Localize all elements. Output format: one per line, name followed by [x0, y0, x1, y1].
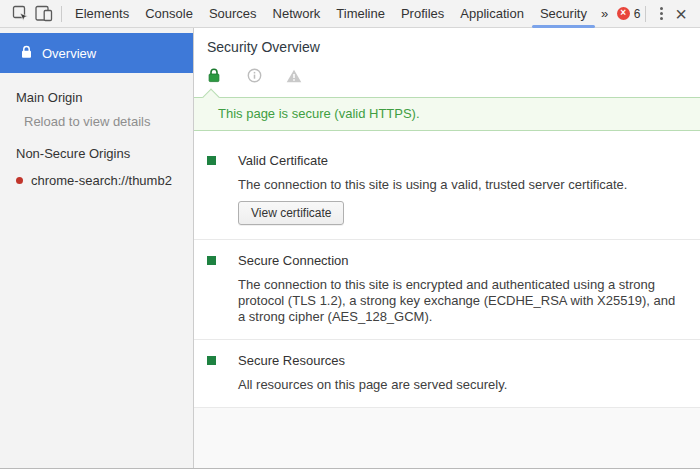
section-valid-certificate: Valid Certificate The connection to this… — [194, 131, 700, 239]
section-secure-connection: Secure Connection The connection to this… — [194, 240, 700, 339]
tab-network[interactable]: Network — [265, 0, 329, 28]
lock-secure-icon[interactable] — [202, 68, 226, 83]
content-filler-area — [194, 407, 700, 468]
toolbar-right-group: 6 × — [617, 4, 700, 24]
toolbar-divider — [645, 6, 646, 22]
section-title: Secure Connection — [238, 253, 349, 268]
security-state-icon-strip — [202, 68, 700, 83]
section-header: Secure Connection — [194, 253, 700, 268]
security-sidebar: Overview Main Origin Reload to view deta… — [0, 28, 194, 468]
section-description: The connection to this site is encrypted… — [238, 277, 680, 325]
tab-application[interactable]: Application — [452, 0, 532, 28]
sidebar-item-overview-label: Overview — [42, 46, 96, 61]
sidebar-section-main-origin[interactable]: Main Origin — [16, 90, 193, 105]
warning-icon[interactable] — [282, 69, 306, 83]
section-title: Valid Certificate — [238, 153, 328, 168]
devtools-window: Elements Console Sources Network Timelin… — [0, 0, 700, 474]
banner-caret — [203, 89, 220, 106]
secure-square-icon — [207, 156, 216, 165]
section-description: All resources on this page are served se… — [238, 377, 680, 393]
page-title: Security Overview — [207, 39, 700, 55]
tab-security[interactable]: Security — [532, 0, 595, 28]
tab-elements[interactable]: Elements — [67, 0, 137, 28]
tab-console[interactable]: Console — [137, 0, 201, 28]
tab-profiles[interactable]: Profiles — [393, 0, 452, 28]
security-panel: Overview Main Origin Reload to view deta… — [0, 28, 700, 468]
selected-tab-underline — [532, 25, 595, 28]
secure-square-icon — [207, 256, 216, 265]
section-secure-resources: Secure Resources All resources on this p… — [194, 340, 700, 407]
secure-status-text: This page is secure (valid HTTPS). — [218, 106, 690, 121]
toolbar-divider — [61, 6, 62, 22]
more-tabs-chevron[interactable]: » — [595, 0, 614, 27]
panel-tabs: Elements Console Sources Network Timelin… — [67, 0, 595, 28]
device-toolbar-icon[interactable] — [32, 0, 56, 27]
close-icon[interactable]: × — [671, 4, 691, 24]
sidebar-item-overview[interactable]: Overview — [0, 33, 193, 73]
more-options-icon[interactable] — [651, 4, 671, 24]
inspect-element-icon[interactable] — [8, 0, 32, 27]
tab-timeline[interactable]: Timeline — [328, 0, 393, 28]
section-header: Valid Certificate — [194, 153, 700, 168]
section-title: Secure Resources — [238, 353, 345, 368]
sidebar-item-origin[interactable]: chrome-search://thumb2 — [16, 173, 193, 188]
insecure-origin-dot-icon — [16, 177, 23, 184]
section-header: Secure Resources — [194, 353, 700, 368]
reload-hint-text: Reload to view details — [24, 114, 193, 129]
tab-sources[interactable]: Sources — [201, 0, 265, 28]
sidebar-section-non-secure-origins: Non-Secure Origins — [16, 146, 193, 161]
lock-icon — [21, 45, 32, 62]
secure-status-banner: This page is secure (valid HTTPS). — [194, 97, 700, 131]
secure-square-icon — [207, 356, 216, 365]
tab-security-label: Security — [540, 6, 587, 21]
devtools-toolbar: Elements Console Sources Network Timelin… — [0, 0, 700, 28]
section-description: The connection to this site is using a v… — [238, 177, 680, 193]
window-bottom-strip — [0, 468, 700, 474]
security-overview-content: Security Overview — [194, 28, 700, 468]
view-certificate-button[interactable]: View certificate — [238, 201, 344, 225]
info-icon[interactable] — [242, 68, 266, 83]
error-count[interactable]: 6 — [634, 7, 641, 21]
origin-url: chrome-search://thumb2 — [31, 173, 172, 188]
error-badge-icon[interactable] — [617, 7, 630, 20]
